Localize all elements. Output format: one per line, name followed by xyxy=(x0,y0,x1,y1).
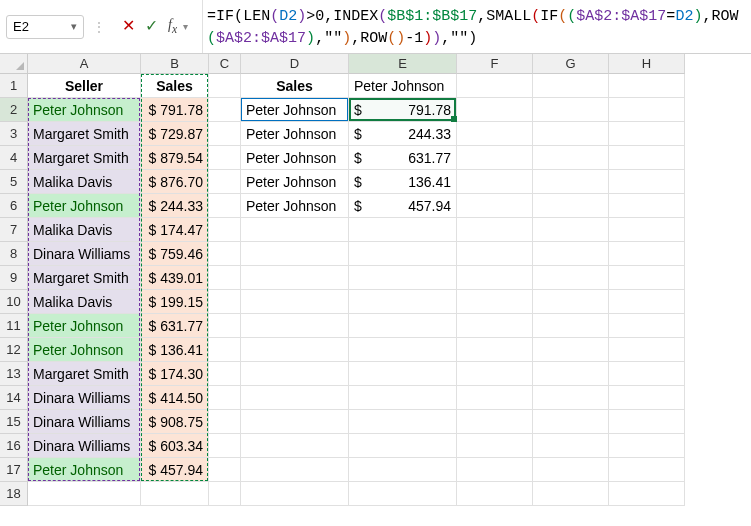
cell-B11[interactable]: $ 631.77 xyxy=(141,314,209,338)
cell-A18[interactable] xyxy=(28,482,141,506)
cell-B2[interactable]: $ 791.78 xyxy=(141,98,209,122)
cell-G14[interactable] xyxy=(533,386,609,410)
cell-A1[interactable]: Seller xyxy=(28,74,141,98)
cell-A17[interactable]: Peter Johnson xyxy=(28,458,141,482)
cell-C14[interactable] xyxy=(209,386,241,410)
fx-chevron-icon[interactable]: ▾ xyxy=(183,21,188,32)
cell-C15[interactable] xyxy=(209,410,241,434)
cell-B10[interactable]: $ 199.15 xyxy=(141,290,209,314)
cell-E3[interactable]: $244.33 xyxy=(349,122,457,146)
row-header-13[interactable]: 13 xyxy=(0,362,28,386)
cell-G11[interactable] xyxy=(533,314,609,338)
cell-A14[interactable]: Dinara Williams xyxy=(28,386,141,410)
cell-F11[interactable] xyxy=(457,314,533,338)
cell-A9[interactable]: Margaret Smith xyxy=(28,266,141,290)
cell-F4[interactable] xyxy=(457,146,533,170)
cell-F12[interactable] xyxy=(457,338,533,362)
row-header-18[interactable]: 18 xyxy=(0,482,28,506)
cell-H8[interactable] xyxy=(609,242,685,266)
cell-B16[interactable]: $ 603.34 xyxy=(141,434,209,458)
cell-E17[interactable] xyxy=(349,458,457,482)
cell-G15[interactable] xyxy=(533,410,609,434)
cell-E9[interactable] xyxy=(349,266,457,290)
row-header-1[interactable]: 1 xyxy=(0,74,28,98)
column-header-E[interactable]: E xyxy=(349,54,457,74)
cell-B13[interactable]: $ 174.30 xyxy=(141,362,209,386)
formula-input[interactable]: =IF(LEN(D2)>0,INDEX($B$1:$B$17,SMALL(IF(… xyxy=(203,0,751,53)
cell-C9[interactable] xyxy=(209,266,241,290)
cell-E12[interactable] xyxy=(349,338,457,362)
cell-B6[interactable]: $ 244.33 xyxy=(141,194,209,218)
cell-H5[interactable] xyxy=(609,170,685,194)
cell-E18[interactable] xyxy=(349,482,457,506)
cell-F18[interactable] xyxy=(457,482,533,506)
cell-H6[interactable] xyxy=(609,194,685,218)
cell-C3[interactable] xyxy=(209,122,241,146)
cell-D7[interactable] xyxy=(241,218,349,242)
cell-E7[interactable] xyxy=(349,218,457,242)
cell-G4[interactable] xyxy=(533,146,609,170)
cell-D2[interactable]: Peter Johnson xyxy=(241,98,349,122)
splitter-icon[interactable]: ⋮ xyxy=(90,19,108,35)
cell-F14[interactable] xyxy=(457,386,533,410)
row-header-11[interactable]: 11 xyxy=(0,314,28,338)
cell-A2[interactable]: Peter Johnson xyxy=(28,98,141,122)
cancel-icon[interactable]: ✕ xyxy=(122,18,135,34)
cell-D13[interactable] xyxy=(241,362,349,386)
cell-E1[interactable]: Peter Johnson xyxy=(349,74,457,98)
cell-E13[interactable] xyxy=(349,362,457,386)
cell-H11[interactable] xyxy=(609,314,685,338)
cell-H17[interactable] xyxy=(609,458,685,482)
cell-H1[interactable] xyxy=(609,74,685,98)
cell-D15[interactable] xyxy=(241,410,349,434)
cell-C6[interactable] xyxy=(209,194,241,218)
cell-H12[interactable] xyxy=(609,338,685,362)
cell-C16[interactable] xyxy=(209,434,241,458)
cell-A11[interactable]: Peter Johnson xyxy=(28,314,141,338)
cell-D18[interactable] xyxy=(241,482,349,506)
cell-A10[interactable]: Malika Davis xyxy=(28,290,141,314)
cell-B1[interactable]: Sales xyxy=(141,74,209,98)
row-header-14[interactable]: 14 xyxy=(0,386,28,410)
chevron-down-icon[interactable]: ▾ xyxy=(71,20,77,33)
cell-B5[interactable]: $ 876.70 xyxy=(141,170,209,194)
cell-E10[interactable] xyxy=(349,290,457,314)
cell-G9[interactable] xyxy=(533,266,609,290)
cell-F7[interactable] xyxy=(457,218,533,242)
cell-F8[interactable] xyxy=(457,242,533,266)
cell-E16[interactable] xyxy=(349,434,457,458)
cell-H13[interactable] xyxy=(609,362,685,386)
cell-D12[interactable] xyxy=(241,338,349,362)
cell-E8[interactable] xyxy=(349,242,457,266)
cell-B7[interactable]: $ 174.47 xyxy=(141,218,209,242)
cell-F9[interactable] xyxy=(457,266,533,290)
column-header-G[interactable]: G xyxy=(533,54,609,74)
cell-A12[interactable]: Peter Johnson xyxy=(28,338,141,362)
cell-E15[interactable] xyxy=(349,410,457,434)
cell-H7[interactable] xyxy=(609,218,685,242)
cell-A4[interactable]: Margaret Smith xyxy=(28,146,141,170)
cell-G1[interactable] xyxy=(533,74,609,98)
cell-F3[interactable] xyxy=(457,122,533,146)
cell-E5[interactable]: $136.41 xyxy=(349,170,457,194)
cell-D17[interactable] xyxy=(241,458,349,482)
cell-H18[interactable] xyxy=(609,482,685,506)
row-header-17[interactable]: 17 xyxy=(0,458,28,482)
cell-B12[interactable]: $ 136.41 xyxy=(141,338,209,362)
cell-D3[interactable]: Peter Johnson xyxy=(241,122,349,146)
cell-A5[interactable]: Malika Davis xyxy=(28,170,141,194)
row-header-5[interactable]: 5 xyxy=(0,170,28,194)
cell-D10[interactable] xyxy=(241,290,349,314)
cell-E14[interactable] xyxy=(349,386,457,410)
cell-B14[interactable]: $ 414.50 xyxy=(141,386,209,410)
cell-E4[interactable]: $631.77 xyxy=(349,146,457,170)
cell-G10[interactable] xyxy=(533,290,609,314)
cell-A16[interactable]: Dinara Williams xyxy=(28,434,141,458)
cell-C5[interactable] xyxy=(209,170,241,194)
cell-G13[interactable] xyxy=(533,362,609,386)
row-header-3[interactable]: 3 xyxy=(0,122,28,146)
column-header-B[interactable]: B xyxy=(141,54,209,74)
cell-C7[interactable] xyxy=(209,218,241,242)
cell-G17[interactable] xyxy=(533,458,609,482)
cell-C18[interactable] xyxy=(209,482,241,506)
